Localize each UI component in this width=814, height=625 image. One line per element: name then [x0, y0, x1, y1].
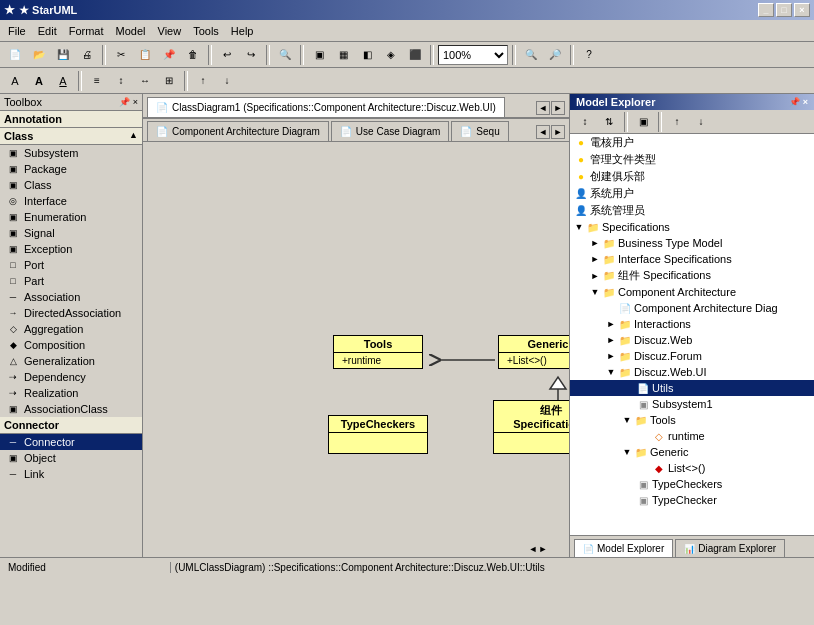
tree-up-button[interactable]: ↑ [666, 112, 688, 132]
zoom-select[interactable]: 50% 75% 100% 125% 150% 200% [438, 45, 508, 65]
toolbox-item-port[interactable]: □ Port [0, 257, 142, 273]
delete-button[interactable]: 🗑 [182, 45, 204, 65]
tab-next-button[interactable]: ► [551, 101, 565, 115]
tree-item-discuz-web[interactable]: ► 📁 Discuz.Web [570, 332, 814, 348]
toolbox-item-directed-association[interactable]: → DirectedAssociation [0, 305, 142, 321]
tb-btn-7[interactable]: ◧ [356, 45, 378, 65]
tb-btn-6[interactable]: ▦ [332, 45, 354, 65]
sub-tab-next-button[interactable]: ► [551, 125, 565, 139]
menu-help[interactable]: Help [225, 23, 260, 39]
tree-item-discuz-web-ui[interactable]: ▼ 📁 Discuz.Web.UI [570, 364, 814, 380]
toolbox-item-enumeration[interactable]: ▣ Enumeration [0, 209, 142, 225]
tab-classdiagram1[interactable]: 📄 ClassDiagram1 (Specifications::Compone… [147, 97, 505, 117]
toolbox-item-association[interactable]: ─ Association [0, 289, 142, 305]
bottom-tab-diagram-explorer[interactable]: 📊 Diagram Explorer [675, 539, 785, 557]
tree-expand-discuz-web[interactable]: ► [604, 333, 618, 347]
uml-box-typecheckers[interactable]: TypeCheckers [328, 415, 428, 454]
menu-edit[interactable]: Edit [32, 23, 63, 39]
toolbox-scroll[interactable]: Annotation Class ▲ ▣ Subsystem ▣ Package… [0, 111, 142, 557]
fmt-btn-5[interactable]: ↕ [110, 71, 132, 91]
tree-item-interactions[interactable]: ► 📁 Interactions [570, 316, 814, 332]
maximize-button[interactable]: □ [776, 3, 792, 17]
zoom-out-button[interactable]: 🔎 [544, 45, 566, 65]
tab-prev-button[interactable]: ◄ [536, 101, 550, 115]
fmt-btn-6[interactable]: ↔ [134, 71, 156, 91]
menu-file[interactable]: File [2, 23, 32, 39]
sub-tab-prev-button[interactable]: ◄ [536, 125, 550, 139]
tree-item-ca-diagram[interactable]: 📄 Component Architecture Diag [570, 300, 814, 316]
close-button[interactable]: × [794, 3, 810, 17]
tree-item-0[interactable]: ● 電核用户 [570, 134, 814, 151]
toolbox-pin-icon[interactable]: 📌 × [119, 97, 138, 107]
zoom-in-button[interactable]: 🔍 [520, 45, 542, 65]
bottom-tab-model-explorer[interactable]: 📄 Model Explorer [574, 539, 673, 557]
toolbox-item-exception[interactable]: ▣ Exception [0, 241, 142, 257]
toolbox-item-subsystem[interactable]: ▣ Subsystem [0, 145, 142, 161]
toolbox-section-connector[interactable]: Connector [0, 417, 142, 434]
toolbox-item-signal[interactable]: ▣ Signal [0, 225, 142, 241]
tree-item-business[interactable]: ► 📁 Business Type Model [570, 235, 814, 251]
toolbox-section-class[interactable]: Class ▲ [0, 128, 142, 145]
toolbox-item-interface[interactable]: ◎ Interface [0, 193, 142, 209]
title-bar-buttons[interactable]: _ □ × [758, 3, 810, 17]
tree-item-typechecker[interactable]: ▣ TypeChecker [570, 492, 814, 508]
tree-item-1[interactable]: ● 管理文件类型 [570, 151, 814, 168]
tree-expand-interface-specs[interactable]: ► [588, 252, 602, 266]
tree-item-component-specs[interactable]: ► 📁 组件 Specifications [570, 267, 814, 284]
menu-model[interactable]: Model [110, 23, 152, 39]
tree-sort-button[interactable]: ↕ [574, 112, 596, 132]
tree-expand-comp-arch[interactable]: ▼ [588, 285, 602, 299]
open-button[interactable]: 📂 [28, 45, 50, 65]
sub-tab-sequence[interactable]: 📄 Sequ [451, 121, 508, 141]
tb-btn-8[interactable]: ◈ [380, 45, 402, 65]
print-button[interactable]: 🖨 [76, 45, 98, 65]
save-button[interactable]: 💾 [52, 45, 74, 65]
tree-down-button[interactable]: ↓ [690, 112, 712, 132]
tree-item-interface-specs[interactable]: ► 📁 Interface Specifications [570, 251, 814, 267]
uml-box-tools[interactable]: Tools +runtime [333, 335, 423, 369]
tree-item-generic[interactable]: ▼ 📁 Generic [570, 444, 814, 460]
copy-button[interactable]: 📋 [134, 45, 156, 65]
toolbox-item-realization[interactable]: ⇢ Realization [0, 385, 142, 401]
help-btn[interactable]: ? [578, 45, 600, 65]
tree-expand-specs[interactable]: ▼ [572, 220, 586, 234]
tree-item-tools[interactable]: ▼ 📁 Tools [570, 412, 814, 428]
toolbox-section-annotation[interactable]: Annotation [0, 111, 142, 128]
fmt-btn-3[interactable]: A [52, 71, 74, 91]
toolbox-item-dependency[interactable]: ⇢ Dependency [0, 369, 142, 385]
uml-box-specifications[interactable]: 组件 Specifications [493, 400, 569, 454]
menu-tools[interactable]: Tools [187, 23, 225, 39]
tree-item-subsystem1[interactable]: ▣ Subsystem1 [570, 396, 814, 412]
tree-expand-component-specs[interactable]: ► [588, 269, 602, 283]
tree-item-utils[interactable]: 📄 Utils [570, 380, 814, 396]
toolbox-item-package[interactable]: ▣ Package [0, 161, 142, 177]
find-button[interactable]: 🔍 [274, 45, 296, 65]
tree-expand-generic[interactable]: ▼ [620, 445, 634, 459]
toolbox-item-class[interactable]: ▣ Class [0, 177, 142, 193]
tree-item-runtime[interactable]: ◇ runtime [570, 428, 814, 444]
scroll-bar-bottom[interactable]: ◄ ► [523, 541, 553, 557]
toolbox-item-object[interactable]: ▣ Object [0, 450, 142, 466]
tree-expand-interactions[interactable]: ► [604, 317, 618, 331]
diagram-canvas[interactable]: Tools +runtime Generic +List<>() 组件 Spec… [143, 142, 569, 557]
tree-item-comp-arch[interactable]: ▼ 📁 Component Architecture [570, 284, 814, 300]
fmt-btn-9[interactable]: ↓ [216, 71, 238, 91]
minimize-button[interactable]: _ [758, 3, 774, 17]
uml-box-generic[interactable]: Generic +List<>() [498, 335, 569, 369]
sub-tab-component-architecture[interactable]: 📄 Component Architecture Diagram [147, 121, 329, 141]
tree-item-typecheckers[interactable]: ▣ TypeCheckers [570, 476, 814, 492]
tb-btn-5[interactable]: ▣ [308, 45, 330, 65]
tree-sort2-button[interactable]: ⇅ [598, 112, 620, 132]
tree-item-3[interactable]: 👤 系统用户 [570, 185, 814, 202]
undo-button[interactable]: ↩ [216, 45, 238, 65]
toolbox-item-part[interactable]: □ Part [0, 273, 142, 289]
redo-button[interactable]: ↪ [240, 45, 262, 65]
scroll-left-icon[interactable]: ◄ [529, 544, 538, 554]
tree-expand-business[interactable]: ► [588, 236, 602, 250]
tree-item-2[interactable]: ● 创建俱乐部 [570, 168, 814, 185]
toolbox-item-composition[interactable]: ◆ Composition [0, 337, 142, 353]
paste-button[interactable]: 📌 [158, 45, 180, 65]
tree-item-list[interactable]: ◆ List<>() [570, 460, 814, 476]
fmt-btn-1[interactable]: A [4, 71, 26, 91]
fmt-btn-8[interactable]: ↑ [192, 71, 214, 91]
